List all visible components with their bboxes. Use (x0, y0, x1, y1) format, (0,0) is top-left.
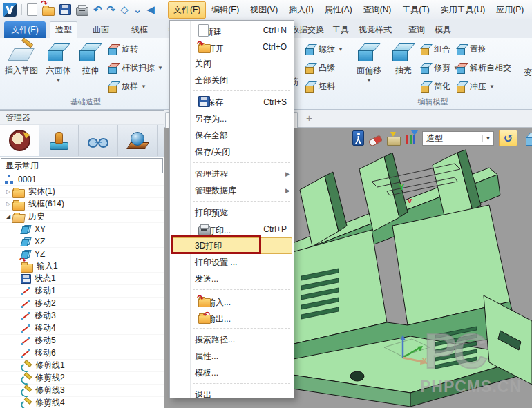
new-tab-button[interactable]: + (306, 112, 312, 124)
tree-row-实体(1)[interactable]: ▷实体(1) (0, 186, 164, 198)
menu-item-关闭[interactable]: 关闭 (170, 55, 294, 72)
tree-row-0001[interactable]: 0001 (0, 173, 164, 186)
ribbon-tab-曲面[interactable]: 曲面 (88, 22, 114, 38)
ribbon-tab-工具[interactable]: 工具 (327, 22, 354, 38)
collapse-icon[interactable]: ⌄ (133, 3, 142, 16)
tree-row-输入1[interactable]: 输入1 (0, 260, 164, 273)
menu-item-label: 属性... (195, 351, 218, 361)
menu-item-发送[interactable]: 发送... (170, 271, 294, 287)
menu-item-打印设置[interactable]: 打印设置 ... (170, 254, 294, 271)
tree-row-状态1[interactable]: 状态1 (0, 273, 164, 285)
tree-row-XZ[interactable]: XZ (0, 235, 164, 248)
isometric-view-button[interactable] (522, 130, 532, 146)
ribbon-button-thread[interactable]: 螺纹 ▼ (305, 42, 343, 56)
ribbon-button-shell[interactable]: 抽壳 (388, 40, 419, 75)
ribbon-button-face-offset[interactable]: 面偏移 ▼ (350, 40, 388, 85)
ribbon-button-loft[interactable]: 放样 ▼ (108, 79, 146, 93)
menubar-item-工具T[interactable]: 工具(T) (397, 1, 435, 19)
menu-item-输入[interactable]: 输入... (170, 293, 294, 309)
tree-row-移动3[interactable]: 移动3 (0, 310, 164, 322)
ribbon-tab-视觉样式[interactable]: 视觉样式 (354, 22, 397, 38)
menu-item-输出[interactable]: 输出... (170, 309, 294, 326)
menu-item-搜索路径[interactable]: 搜索路径... (170, 331, 294, 348)
display-filter-icon[interactable] (406, 132, 417, 144)
view-mode-select[interactable]: 造型 ▼ (422, 131, 494, 146)
tree-row-修剪线4[interactable]: 修剪线4 (0, 397, 164, 408)
menubar-item-应用P[interactable]: 应用(P) (491, 1, 529, 19)
ribbon-button-replace[interactable]: 置换 (456, 42, 486, 56)
open-icon[interactable] (42, 7, 55, 16)
menu-item-管理数据库[interactable]: 管理数据库▶ (170, 182, 294, 199)
ribbon-tab-线框[interactable]: 线框 (126, 22, 153, 38)
ribbon-button-insert-sketch[interactable]: 插入草图 (3, 40, 40, 75)
print-icon[interactable] (76, 7, 88, 16)
menubar-item-属性A[interactable]: 属性(A) (319, 1, 358, 19)
ribbon-button-sweep[interactable]: 杆状扫掠 ▼ (108, 61, 163, 75)
ribbon-button-flange[interactable]: 凸缘 (305, 61, 335, 75)
menu-item-另存为[interactable]: 另存为... (170, 110, 294, 127)
menu-item-保存关闭[interactable]: 保存/关闭 (170, 144, 294, 160)
ribbon-button-extrude[interactable]: 拉伸 (76, 40, 105, 75)
tree-row-移动2[interactable]: 移动2 (0, 298, 164, 310)
menu-item-打印预览[interactable]: 打印预览 (170, 204, 294, 221)
eraser-icon[interactable] (368, 135, 383, 147)
scroll-left-icon[interactable]: ◀ (146, 3, 155, 16)
tab-file[interactable]: 文件(F) (4, 21, 46, 38)
ribbon-button-box[interactable]: 六面体 ▼ (42, 40, 75, 85)
menubar-item-插入I[interactable]: 插入(I) (283, 1, 319, 19)
tree-row-历史[interactable]: ◢历史 (0, 211, 164, 223)
menu-item-属性[interactable]: 属性... (170, 348, 294, 365)
tree-row-移动4[interactable]: 移动4 (0, 322, 164, 335)
menu-item-退出[interactable]: 退出 (170, 387, 294, 403)
fit-view-icon[interactable]: ◇ (120, 3, 129, 16)
menu-item-新建[interactable]: 新建Ctrl+N (170, 22, 294, 39)
new-document-icon[interactable] (27, 3, 37, 16)
menubar-item-查询N[interactable]: 查询(N) (358, 1, 397, 19)
manager-tab-stamp[interactable] (39, 125, 79, 156)
tree-row-移动6[interactable]: 移动6 (0, 347, 164, 360)
expand-expander-icon[interactable]: ▷ (4, 188, 12, 195)
menubar-item-实用工具U[interactable]: 实用工具(U) (435, 1, 491, 19)
ribbon-tab-造型[interactable]: 造型 (50, 21, 77, 39)
tree-row-修剪线3[interactable]: 修剪线3 (0, 385, 164, 397)
collapse-expander-icon[interactable]: ◢ (4, 213, 12, 220)
ribbon-button-simplify[interactable]: 简化 (420, 79, 450, 93)
menu-item-模板[interactable]: 模板... (170, 365, 294, 381)
tree-row-XY[interactable]: XY (0, 223, 164, 235)
ribbon-button-resolve-selfintersect[interactable]: 解析自相交 (456, 61, 511, 75)
tree-filter-bar[interactable]: 显示常用 (1, 158, 163, 173)
manager-tab-sphere[interactable] (118, 125, 158, 156)
tree-row-移动5[interactable]: 移动5 (0, 335, 164, 347)
tree-row-修剪线1[interactable]: 修剪线1 (0, 360, 164, 372)
orient-view-button[interactable]: ↺ (499, 130, 517, 146)
origin-label: v (408, 196, 412, 204)
sweep-icon (108, 62, 119, 73)
redo-icon[interactable]: ↷ (107, 3, 116, 16)
menu-item-保存全部[interactable]: 保存全部 (170, 127, 294, 144)
ribbon-tab-查询[interactable]: 查询 (403, 22, 430, 38)
menu-item-管理进程[interactable]: 管理进程▶ (170, 166, 294, 182)
section-box-icon[interactable] (387, 137, 401, 146)
menu-item-保存[interactable]: 保存Ctrl+S (170, 94, 294, 110)
expand-expander-icon[interactable]: ▷ (4, 201, 12, 207)
ribbon-button-trim[interactable]: 修剪 ▼ (420, 61, 459, 75)
ribbon-button-punch[interactable]: 冲压 ▼ (456, 79, 495, 93)
tree-row-移动1[interactable]: 移动1 (0, 285, 164, 298)
manager-tab-gauge[interactable] (0, 125, 39, 156)
menu-item-全部关闭[interactable]: 全部关闭 (170, 72, 294, 88)
ribbon-button-blank[interactable]: 坯料 (305, 79, 335, 93)
undo-icon[interactable]: ↶ (93, 3, 102, 16)
menubar-item-视图V[interactable]: 视图(V) (245, 1, 283, 19)
tree-row-修剪线2[interactable]: 修剪线2 (0, 372, 164, 385)
manager-tab-glasses[interactable] (79, 125, 118, 156)
walk-through-icon[interactable] (352, 130, 364, 146)
menu-item-打开[interactable]: 打开Ctrl+O (170, 39, 294, 55)
save-icon[interactable] (59, 4, 71, 15)
ribbon-tab-模具[interactable]: 模具 (430, 22, 456, 38)
ribbon-button-revolve[interactable]: 旋转 (108, 42, 138, 56)
menubar-item-文件F[interactable]: 文件(F) (168, 1, 206, 19)
menubar-item-帮助[interactable]: 帮助 (529, 1, 532, 19)
menubar-item-编辑E[interactable]: 编辑(E) (206, 1, 245, 19)
ribbon-button-combine[interactable]: 组合 (420, 42, 450, 56)
tree-row-线框(614)[interactable]: ▷线框(614) (0, 198, 164, 211)
